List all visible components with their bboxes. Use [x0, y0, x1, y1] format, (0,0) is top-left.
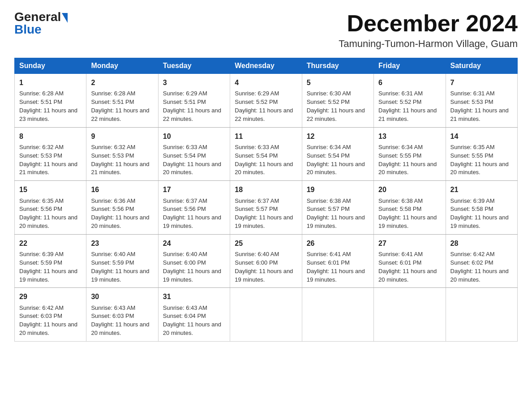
- day-info: Sunrise: 6:34 AMSunset: 5:54 PMDaylight:…: [307, 143, 369, 177]
- day-info: Sunrise: 6:43 AMSunset: 6:04 PMDaylight:…: [163, 304, 225, 338]
- day-number: 5: [307, 77, 369, 88]
- calendar-cell: 20Sunrise: 6:38 AMSunset: 5:58 PMDayligh…: [374, 181, 446, 235]
- logo-triangle-icon: [62, 13, 68, 23]
- location-title: Tamuning-Tumon-Harmon Village, Guam: [339, 38, 518, 50]
- calendar-cell: 8Sunrise: 6:32 AMSunset: 5:53 PMDaylight…: [15, 127, 86, 181]
- month-title: December 2024: [339, 11, 518, 36]
- day-info: Sunrise: 6:38 AMSunset: 5:57 PMDaylight:…: [307, 197, 369, 231]
- day-info: Sunrise: 6:38 AMSunset: 5:58 PMDaylight:…: [378, 197, 441, 231]
- day-number: 31: [163, 291, 225, 302]
- day-info: Sunrise: 6:35 AMSunset: 5:56 PMDaylight:…: [19, 197, 82, 231]
- day-info: Sunrise: 6:29 AMSunset: 5:51 PMDaylight:…: [163, 90, 225, 123]
- calendar-cell: 12Sunrise: 6:34 AMSunset: 5:54 PMDayligh…: [302, 127, 373, 181]
- day-number: 27: [378, 238, 441, 248]
- calendar-cell: 24Sunrise: 6:40 AMSunset: 6:00 PMDayligh…: [158, 234, 230, 288]
- calendar-cell: 18Sunrise: 6:37 AMSunset: 5:57 PMDayligh…: [230, 181, 302, 235]
- day-number: 20: [378, 184, 441, 195]
- calendar-cell: 13Sunrise: 6:34 AMSunset: 5:55 PMDayligh…: [374, 127, 446, 181]
- day-info: Sunrise: 6:40 AMSunset: 6:00 PMDaylight:…: [235, 250, 297, 284]
- day-number: 29: [19, 291, 82, 302]
- calendar-week-row: 29Sunrise: 6:42 AMSunset: 6:03 PMDayligh…: [15, 288, 518, 342]
- calendar-week-row: 1Sunrise: 6:28 AMSunset: 5:51 PMDaylight…: [15, 74, 518, 128]
- logo-text-blue: Blue: [14, 22, 42, 36]
- day-info: Sunrise: 6:28 AMSunset: 5:51 PMDaylight:…: [19, 90, 82, 123]
- day-number: 21: [450, 184, 513, 195]
- day-number: 13: [378, 131, 441, 141]
- day-info: Sunrise: 6:42 AMSunset: 6:03 PMDaylight:…: [19, 304, 82, 338]
- day-number: 17: [163, 184, 225, 195]
- calendar-cell: 27Sunrise: 6:41 AMSunset: 6:01 PMDayligh…: [374, 234, 446, 288]
- calendar-cell: 11Sunrise: 6:33 AMSunset: 5:54 PMDayligh…: [230, 127, 302, 181]
- page-header: General Blue December 2024 Tamuning-Tumo…: [14, 11, 518, 50]
- day-info: Sunrise: 6:41 AMSunset: 6:01 PMDaylight:…: [378, 250, 441, 284]
- day-number: 26: [307, 238, 369, 248]
- calendar-cell: 26Sunrise: 6:41 AMSunset: 6:01 PMDayligh…: [302, 234, 373, 288]
- day-info: Sunrise: 6:36 AMSunset: 5:56 PMDaylight:…: [91, 197, 153, 231]
- day-number: 4: [235, 77, 297, 88]
- day-number: 12: [307, 131, 369, 141]
- day-number: 8: [19, 131, 82, 141]
- day-info: Sunrise: 6:29 AMSunset: 5:52 PMDaylight:…: [235, 90, 297, 123]
- title-area: December 2024 Tamuning-Tumon-Harmon Vill…: [339, 11, 518, 50]
- calendar-table: SundayMondayTuesdayWednesdayThursdayFrid…: [14, 58, 518, 342]
- day-info: Sunrise: 6:32 AMSunset: 5:53 PMDaylight:…: [91, 143, 153, 177]
- day-number: 24: [163, 238, 225, 248]
- day-number: 11: [235, 131, 297, 141]
- day-number: 3: [163, 77, 225, 88]
- calendar-cell: [446, 288, 517, 342]
- day-info: Sunrise: 6:39 AMSunset: 5:59 PMDaylight:…: [19, 250, 82, 284]
- calendar-cell: 23Sunrise: 6:40 AMSunset: 5:59 PMDayligh…: [86, 234, 158, 288]
- day-info: Sunrise: 6:39 AMSunset: 5:58 PMDaylight:…: [450, 197, 513, 231]
- calendar-cell: 15Sunrise: 6:35 AMSunset: 5:56 PMDayligh…: [15, 181, 86, 235]
- day-info: Sunrise: 6:32 AMSunset: 5:53 PMDaylight:…: [19, 143, 82, 177]
- day-info: Sunrise: 6:28 AMSunset: 5:51 PMDaylight:…: [91, 90, 153, 123]
- day-info: Sunrise: 6:31 AMSunset: 5:53 PMDaylight:…: [450, 90, 513, 123]
- calendar-week-row: 15Sunrise: 6:35 AMSunset: 5:56 PMDayligh…: [15, 181, 518, 235]
- day-number: 25: [235, 238, 297, 248]
- weekday-header-thursday: Thursday: [302, 58, 373, 74]
- calendar-cell: 30Sunrise: 6:43 AMSunset: 6:03 PMDayligh…: [86, 288, 158, 342]
- logo: General Blue: [14, 11, 68, 36]
- calendar-cell: 28Sunrise: 6:42 AMSunset: 6:02 PMDayligh…: [446, 234, 517, 288]
- weekday-header-row: SundayMondayTuesdayWednesdayThursdayFrid…: [15, 58, 518, 74]
- calendar-cell: 21Sunrise: 6:39 AMSunset: 5:58 PMDayligh…: [446, 181, 517, 235]
- calendar-cell: 2Sunrise: 6:28 AMSunset: 5:51 PMDaylight…: [86, 74, 158, 128]
- day-number: 16: [91, 184, 153, 195]
- day-number: 23: [91, 238, 153, 248]
- day-number: 15: [19, 184, 82, 195]
- logo-text-general: General: [14, 11, 61, 23]
- weekday-header-friday: Friday: [374, 58, 446, 74]
- day-info: Sunrise: 6:42 AMSunset: 6:02 PMDaylight:…: [450, 250, 513, 284]
- day-info: Sunrise: 6:33 AMSunset: 5:54 PMDaylight:…: [235, 143, 297, 177]
- day-info: Sunrise: 6:37 AMSunset: 5:56 PMDaylight:…: [163, 197, 225, 231]
- day-number: 22: [19, 238, 82, 248]
- calendar-cell: 14Sunrise: 6:35 AMSunset: 5:55 PMDayligh…: [446, 127, 517, 181]
- day-info: Sunrise: 6:43 AMSunset: 6:03 PMDaylight:…: [91, 304, 153, 338]
- day-info: Sunrise: 6:40 AMSunset: 6:00 PMDaylight:…: [163, 250, 225, 284]
- calendar-cell: 9Sunrise: 6:32 AMSunset: 5:53 PMDaylight…: [86, 127, 158, 181]
- day-number: 10: [163, 131, 225, 141]
- day-info: Sunrise: 6:30 AMSunset: 5:52 PMDaylight:…: [307, 90, 369, 123]
- day-number: 14: [450, 131, 513, 141]
- calendar-week-row: 22Sunrise: 6:39 AMSunset: 5:59 PMDayligh…: [15, 234, 518, 288]
- day-info: Sunrise: 6:33 AMSunset: 5:54 PMDaylight:…: [163, 143, 225, 177]
- calendar-cell: 5Sunrise: 6:30 AMSunset: 5:52 PMDaylight…: [302, 74, 373, 128]
- day-info: Sunrise: 6:40 AMSunset: 5:59 PMDaylight:…: [91, 250, 153, 284]
- calendar-cell: [230, 288, 302, 342]
- calendar-cell: 29Sunrise: 6:42 AMSunset: 6:03 PMDayligh…: [15, 288, 86, 342]
- weekday-header-saturday: Saturday: [446, 58, 517, 74]
- weekday-header-tuesday: Tuesday: [158, 58, 230, 74]
- calendar-cell: 25Sunrise: 6:40 AMSunset: 6:00 PMDayligh…: [230, 234, 302, 288]
- calendar-cell: 19Sunrise: 6:38 AMSunset: 5:57 PMDayligh…: [302, 181, 373, 235]
- day-info: Sunrise: 6:41 AMSunset: 6:01 PMDaylight:…: [307, 250, 369, 284]
- calendar-cell: 16Sunrise: 6:36 AMSunset: 5:56 PMDayligh…: [86, 181, 158, 235]
- day-number: 1: [19, 77, 82, 88]
- day-number: 7: [450, 77, 513, 88]
- calendar-cell: 6Sunrise: 6:31 AMSunset: 5:52 PMDaylight…: [374, 74, 446, 128]
- day-info: Sunrise: 6:35 AMSunset: 5:55 PMDaylight:…: [450, 143, 513, 177]
- calendar-cell: 31Sunrise: 6:43 AMSunset: 6:04 PMDayligh…: [158, 288, 230, 342]
- calendar-cell: [374, 288, 446, 342]
- weekday-header-wednesday: Wednesday: [230, 58, 302, 74]
- day-number: 18: [235, 184, 297, 195]
- calendar-week-row: 8Sunrise: 6:32 AMSunset: 5:53 PMDaylight…: [15, 127, 518, 181]
